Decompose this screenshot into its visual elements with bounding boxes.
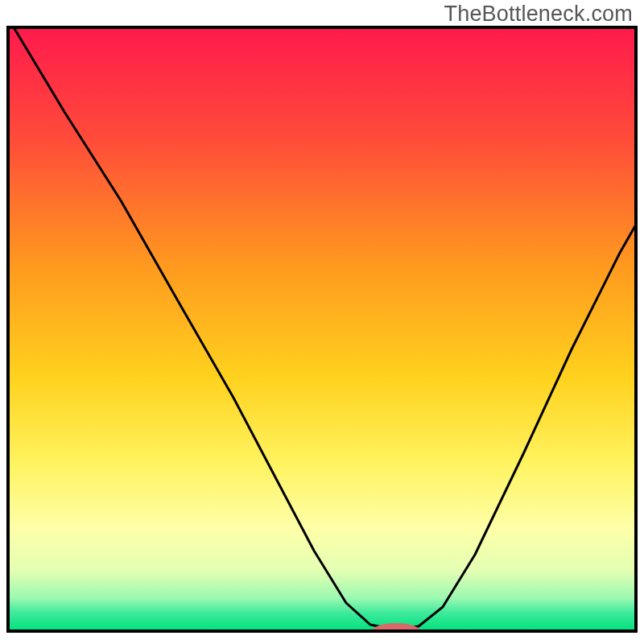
chart-stage: TheBottleneck.com xyxy=(0,0,644,644)
plot-area xyxy=(8,27,636,639)
gradient-background xyxy=(8,27,636,631)
bottleneck-chart xyxy=(0,0,644,644)
